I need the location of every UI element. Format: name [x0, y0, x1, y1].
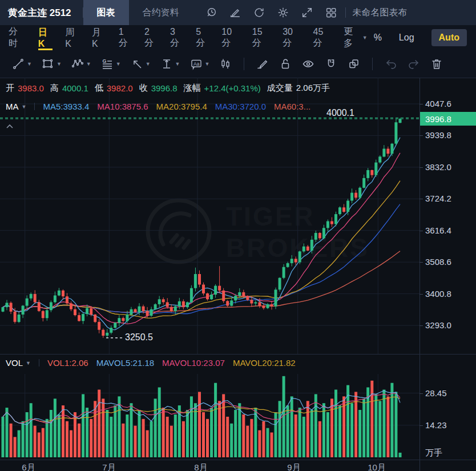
open-label: 开 [6, 83, 14, 94]
ma30-legend: MA30:3720.0 [215, 102, 266, 111]
drawing-toolbar: ▼ ▼ ▼ G ▼ ▼ ▼ Aa ▼ [0, 50, 476, 78]
undo-icon[interactable] [384, 57, 398, 71]
axis-tick [419, 393, 423, 394]
svg-text:G: G [102, 58, 106, 64]
chevron-down-icon: ▼ [86, 61, 91, 67]
fullscreen-icon[interactable] [298, 4, 317, 21]
tf-2m[interactable]: 2分 [144, 25, 158, 50]
change-value: +12.4(+0.31%) [204, 83, 261, 93]
high-value: 4000.1 [62, 83, 88, 93]
close-label: 收 [139, 83, 148, 94]
volume-unit-label: 万手 [425, 448, 442, 458]
chevron-down-icon: ▼ [205, 61, 210, 67]
timeframe-bar: 分时 日K 周K 月K 1分 2分 3分 5分 10分 15分 30分 45分 … [0, 25, 476, 51]
duplicate-icon[interactable] [347, 57, 361, 71]
gann-fib-tool[interactable]: G ▼ [100, 57, 121, 71]
current-price-tag: 3996.8 [420, 112, 476, 126]
price-axis-label: 3616.4 [425, 226, 451, 235]
redo-icon[interactable] [407, 57, 421, 71]
divider [34, 103, 35, 110]
chevron-down-icon: ▼ [57, 61, 62, 67]
chevron-down-icon: ▼ [116, 61, 121, 67]
chevron-down-icon: ▼ [22, 104, 27, 110]
vol-legend-row: VOL ▼ VOL1:2.06 MAVOL5:21.18 MAVOL10:23.… [6, 358, 296, 368]
tf-fenshi[interactable]: 分时 [9, 25, 26, 50]
axis-tick [419, 294, 423, 295]
close-value: 3996.8 [151, 83, 178, 93]
volume-chart[interactable] [0, 374, 419, 460]
candle-pattern-tool[interactable] [219, 57, 232, 71]
axis-tick [419, 199, 423, 199]
axis-tick [419, 135, 423, 136]
ma20-legend: MA20:3795.4 [156, 102, 207, 111]
wave-pattern-tool[interactable]: ▼ [71, 57, 91, 71]
header-icon-group [202, 4, 341, 21]
ma5-legend: MA5:3933.4 [43, 102, 89, 111]
divider [345, 7, 346, 18]
time-axis[interactable]: 6月7月8月9月10月 [0, 460, 476, 471]
brush-draw-icon[interactable] [256, 57, 269, 71]
edit-icon[interactable] [226, 4, 245, 21]
ma-legend-row: MA ▼ MA5:3933.4 MA10:3875.6 MA20:3795.4 … [6, 102, 310, 111]
symbol-title[interactable]: 黄金主连 2512 [0, 6, 83, 19]
month-axis-label: 6月 [22, 462, 35, 471]
axis-tick [419, 167, 423, 168]
vol-indicator-title[interactable]: VOL ▼ [6, 358, 31, 368]
replay-icon[interactable] [202, 4, 221, 21]
tf-10m[interactable]: 10分 [221, 25, 239, 50]
tab-chart[interactable]: 图表 [83, 0, 129, 25]
tf-3m[interactable]: 3分 [170, 25, 183, 50]
layout-name[interactable]: 未命名图表布 [353, 7, 476, 19]
tf-daily[interactable]: 日K [38, 25, 53, 50]
settings-gear-icon[interactable] [274, 4, 293, 21]
chart-region: TIGER BROKERS 6月7月8月9月10月 开 3983.0 高 400… [0, 78, 476, 471]
price-axis[interactable] [419, 78, 420, 471]
ma10-legend: MA10:3875.6 [97, 102, 148, 111]
axis-tick [419, 104, 423, 104]
unlock-icon[interactable] [279, 57, 292, 71]
ohlc-info-row: 开 3983.0 高 4000.1 低 3982.0 收 3996.8 涨幅 +… [6, 83, 336, 94]
month-axis-label: 10月 [368, 462, 386, 471]
axis-tick [419, 325, 423, 326]
auto-scale-button[interactable]: Auto [431, 29, 467, 46]
tf-15m[interactable]: 15分 [252, 25, 270, 50]
tf-weekly[interactable]: 周K [65, 25, 79, 50]
rectangle-tool[interactable]: ▼ [41, 57, 62, 71]
price-axis-label: 3832.0 [425, 162, 451, 172]
log-scale-button[interactable]: Log [399, 33, 414, 43]
tab-contract-info[interactable]: 合约资料 [129, 0, 193, 25]
collapse-indicator-chevron[interactable] [6, 121, 14, 131]
chevron-down-icon: ▼ [362, 35, 368, 41]
measure-tool[interactable]: ▼ [160, 57, 180, 71]
layout-grid-icon[interactable] [322, 4, 341, 21]
pane-separator[interactable] [0, 354, 476, 355]
axis-tick [419, 262, 423, 263]
tf-monthly[interactable]: 月K [92, 25, 106, 50]
volume-label: 成交量 [267, 83, 293, 94]
price-axis-label: 3939.8 [425, 130, 451, 140]
trendline-tool[interactable]: ▼ [11, 57, 32, 71]
ma-indicator-title[interactable]: MA ▼ [6, 102, 26, 111]
mavol5-legend: MAVOL5:21.18 [96, 358, 154, 368]
text-annotation-tool[interactable]: Aa ▼ [189, 57, 210, 71]
arrow-tool[interactable]: ▼ [130, 57, 151, 71]
divider [372, 58, 373, 70]
percent-scale-button[interactable]: % [374, 33, 382, 43]
month-axis-label: 8月 [194, 462, 207, 471]
open-value: 3983.0 [18, 83, 44, 93]
candlestick-chart[interactable] [0, 78, 419, 354]
tf-5m[interactable]: 5分 [196, 25, 209, 50]
tf-1m[interactable]: 1分 [119, 25, 132, 50]
scale-controls: % Log Auto [374, 29, 476, 46]
mavol10-legend: MAVOL10:23.07 [162, 358, 225, 368]
divider [244, 58, 244, 70]
tf-more[interactable]: 更多▼ [344, 25, 368, 50]
magnet-icon[interactable] [324, 57, 338, 71]
trading-app: { "header": { "symbol": "黄金主连 2512", "ta… [0, 0, 476, 471]
trash-icon[interactable] [430, 57, 443, 71]
tf-45m[interactable]: 45分 [313, 25, 331, 50]
eye-visibility-icon[interactable] [301, 57, 315, 71]
tf-30m[interactable]: 30分 [283, 25, 300, 50]
refresh-icon[interactable] [250, 4, 269, 21]
low-value: 3982.0 [107, 83, 133, 93]
